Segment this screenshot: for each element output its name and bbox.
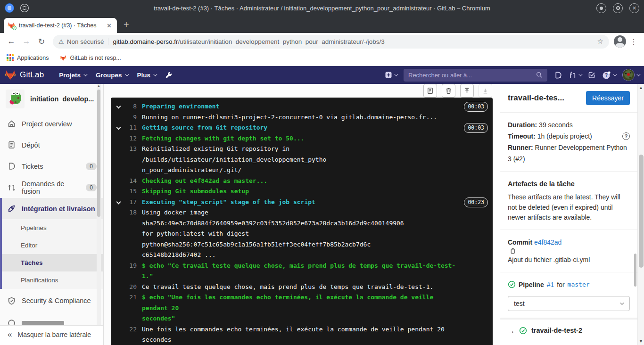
not-secure-label[interactable]: Non sécurisé <box>67 38 104 45</box>
sidebar-item-security[interactable]: Security & Compliance <box>0 289 103 312</box>
chevron-down-icon <box>620 301 624 304</box>
show-raw-log-button[interactable] <box>423 84 437 98</box>
log-line-number[interactable]: 18 <box>123 207 142 261</box>
panel-scrollbar-thumb[interactable] <box>634 254 636 287</box>
gitlab-home-link[interactable]: GitLab <box>5 69 44 81</box>
chromium-icon <box>5 3 14 13</box>
bookmark-star-icon[interactable]: ☆ <box>597 37 603 46</box>
user-menu-button[interactable] <box>622 69 639 81</box>
log-line-number[interactable]: 8 <box>123 101 142 112</box>
log-line-number[interactable]: 15 <box>123 186 142 197</box>
job-timeout: ?Timeout: 1h (depuis project) <box>508 131 630 142</box>
reload-icon[interactable]: ↻ <box>35 35 48 48</box>
global-search[interactable] <box>404 69 547 82</box>
help-menu-button[interactable]: ? <box>602 71 616 80</box>
gitlab-logo <box>5 69 16 81</box>
log-line-number[interactable]: 12 <box>123 133 142 144</box>
scroll-to-bottom-button[interactable] <box>479 84 492 98</box>
commit-sha-link[interactable]: e4f842ad <box>534 238 561 246</box>
help-icon[interactable]: ? <box>622 132 630 140</box>
raw-file-icon <box>427 87 434 94</box>
erase-log-button[interactable] <box>442 84 455 98</box>
admin-wrench-icon[interactable] <box>165 71 173 79</box>
forward-icon[interactable]: → <box>20 35 33 48</box>
log-line-number[interactable]: 9 <box>123 112 142 123</box>
log-line-number[interactable]: 20 <box>123 282 142 293</box>
address-bar[interactable]: ⚠ Non sécurisé gitlab.domaine-perso.fr/u… <box>53 35 609 49</box>
maximize-button[interactable] <box>613 3 623 13</box>
scrollbar-thumb[interactable] <box>97 90 100 217</box>
collapse-label: Masquer la barre latérale <box>17 331 91 338</box>
log-line-number[interactable]: 17 <box>123 197 142 208</box>
page-scrollbar-thumb[interactable] <box>639 155 644 268</box>
section-duration-badge: 00:03 <box>464 102 488 112</box>
sidebar-item-repository[interactable]: Dépôt <box>0 134 103 156</box>
scroll-up-icon[interactable]: ▲ <box>97 84 101 89</box>
merge-requests-icon[interactable] <box>569 71 581 79</box>
project-header[interactable]: initiation_develop... <box>0 84 103 113</box>
issues-icon[interactable] <box>554 71 562 79</box>
sidebar-item-merge-requests[interactable]: Demandes de fusion 0 <box>0 177 103 198</box>
log-line-number[interactable]: 14 <box>123 176 142 187</box>
pipeline-id-link[interactable]: #1 <box>547 279 554 290</box>
retry-button[interactable]: Réessayer <box>586 91 630 105</box>
new-tab-button[interactable]: + <box>124 19 129 30</box>
log-line-number[interactable]: 19 <box>123 261 142 282</box>
copy-commit-icon[interactable] <box>510 248 516 254</box>
sidebar-item-overview[interactable]: Project overview <box>0 113 103 134</box>
shield-icon <box>8 297 16 305</box>
issues-icon <box>8 162 16 170</box>
sidebar-subitem-pipelines[interactable]: Pipelines <box>2 219 103 237</box>
chevron-down-icon <box>394 72 398 76</box>
log-line-text: Running on runner-dtlsmri3-project-2-con… <box>142 112 437 123</box>
sidebar-item-cicd[interactable]: Intégration et livraison <box>2 198 103 219</box>
current-job-arrow-icon: → <box>508 327 515 335</box>
log-line-text: $ echo "Une fois les commandes echo term… <box>142 292 462 324</box>
back-icon[interactable]: ← <box>5 35 18 48</box>
collapse-sidebar-button[interactable]: « Masquer la barre latérale <box>0 325 103 345</box>
menu-groups[interactable]: Groupes <box>91 66 132 84</box>
clipped-label <box>22 321 64 326</box>
search-input[interactable] <box>408 72 536 79</box>
close-button[interactable]: ✕ <box>629 3 639 13</box>
job-log[interactable]: 8 Preparing environment 00:03 9 Running … <box>111 98 493 345</box>
dots-grid-icon[interactable] <box>20 3 29 13</box>
collapse-section-icon[interactable] <box>116 125 121 130</box>
sidebar-item-label: Intégration et livraison <box>22 205 95 213</box>
project-sidebar: initiation_develop... Project overview D… <box>0 84 104 345</box>
repository-icon <box>8 141 16 149</box>
sidebar-item-issues[interactable]: Tickets 0 <box>0 156 103 177</box>
log-line-number[interactable]: 11 <box>123 123 142 133</box>
collapse-section-icon[interactable] <box>116 199 121 204</box>
sidebar-subitem-editor[interactable]: Editor <box>2 237 103 254</box>
todos-icon[interactable] <box>588 71 595 79</box>
stage-dropdown[interactable]: test <box>508 296 630 311</box>
collapse-section-icon[interactable] <box>116 104 121 109</box>
log-line: 11 Getting source from Git repository 00… <box>114 123 493 133</box>
sidebar-scrollbar[interactable]: ▲ <box>97 84 101 325</box>
menu-more[interactable]: Plus <box>132 66 161 84</box>
user-avatar <box>622 69 635 81</box>
close-tab-icon[interactable]: ✕ <box>105 22 113 29</box>
log-line-number[interactable]: 13 <box>123 144 142 176</box>
log-line-number[interactable]: 21 <box>123 292 142 324</box>
job-link[interactable]: travail-de-test-2 <box>531 327 582 334</box>
job-passed-icon <box>519 327 527 335</box>
scroll-to-top-button[interactable] <box>460 84 474 98</box>
new-menu-button[interactable] <box>385 71 397 79</box>
menu-projects[interactable]: Projets <box>54 66 91 84</box>
bookmark-applications[interactable]: Applications <box>7 54 49 61</box>
pipeline-branch-link[interactable]: master <box>568 279 590 290</box>
page-scrollbar[interactable]: ▲ ▼ <box>637 84 644 345</box>
browser-menu-icon[interactable]: ⋮ <box>628 37 639 46</box>
scroll-down-arrow[interactable]: ▼ <box>638 339 644 344</box>
scroll-up-arrow[interactable]: ▲ <box>638 85 644 90</box>
browser-tab[interactable]: ✓ travail-de-test-2 (#3) · Tâches ✕ <box>4 18 117 33</box>
minimize-button[interactable] <box>596 3 606 13</box>
browser-toolbar: ← → ↻ ⚠ Non sécurisé gitlab.domaine-pers… <box>0 33 644 50</box>
log-line-number[interactable]: 22 <box>123 324 142 345</box>
sidebar-subitem-schedules[interactable]: Planifications <box>2 271 103 289</box>
bookmark-gitlab[interactable]: GitLab is not resp... <box>60 55 121 61</box>
sidebar-subitem-jobs[interactable]: Tâches <box>2 254 103 271</box>
browser-profile-avatar[interactable] <box>614 35 626 48</box>
